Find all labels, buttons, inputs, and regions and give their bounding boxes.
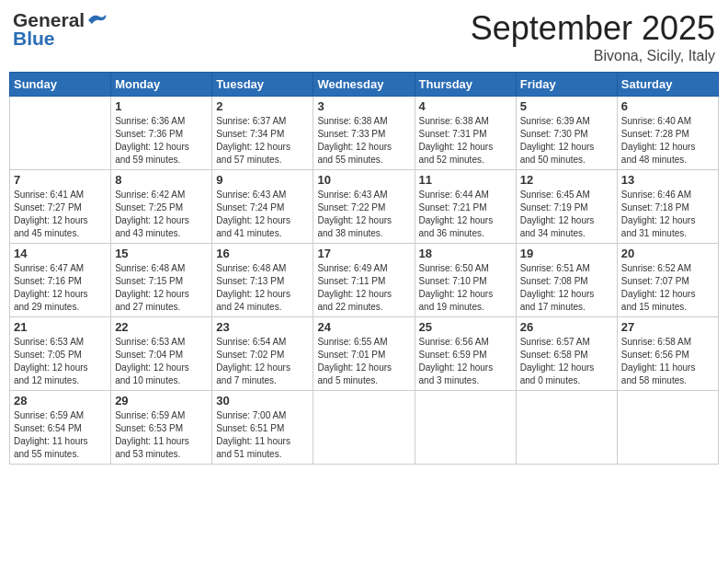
col-header-sunday: Sunday: [10, 73, 111, 97]
day-info: Sunrise: 7:00 AM Sunset: 6:51 PM Dayligh…: [216, 409, 309, 461]
day-number: 30: [216, 394, 309, 408]
day-number: 21: [14, 320, 107, 334]
day-info: Sunrise: 6:51 AM Sunset: 7:08 PM Dayligh…: [520, 262, 613, 314]
calendar-cell: 2Sunrise: 6:37 AM Sunset: 7:34 PM Daylig…: [212, 97, 313, 170]
day-info: Sunrise: 6:58 AM Sunset: 6:56 PM Dayligh…: [621, 336, 714, 387]
day-info: Sunrise: 6:55 AM Sunset: 7:01 PM Dayligh…: [317, 336, 410, 387]
day-number: 29: [115, 394, 208, 408]
day-number: 15: [115, 247, 208, 260]
day-number: 20: [621, 247, 714, 260]
day-number: 5: [520, 99, 613, 113]
calendar-cell: 15Sunrise: 6:48 AM Sunset: 7:15 PM Dayli…: [111, 244, 212, 317]
calendar-week-1: 1Sunrise: 6:36 AM Sunset: 7:36 PM Daylig…: [10, 97, 719, 170]
calendar-cell: [10, 97, 111, 170]
day-info: Sunrise: 6:56 AM Sunset: 6:59 PM Dayligh…: [419, 336, 512, 387]
calendar-cell: [617, 391, 718, 465]
day-info: Sunrise: 6:37 AM Sunset: 7:34 PM Dayligh…: [216, 115, 309, 167]
logo: General Blue: [13, 9, 107, 50]
day-number: 6: [621, 99, 714, 113]
day-info: Sunrise: 6:43 AM Sunset: 7:24 PM Dayligh…: [216, 189, 309, 240]
col-header-tuesday: Tuesday: [212, 73, 313, 97]
day-number: 3: [317, 99, 410, 113]
day-info: Sunrise: 6:54 AM Sunset: 7:02 PM Dayligh…: [216, 336, 309, 387]
day-number: 27: [621, 320, 714, 334]
day-number: 14: [14, 247, 107, 260]
day-info: Sunrise: 6:53 AM Sunset: 7:04 PM Dayligh…: [115, 336, 208, 387]
day-number: 23: [216, 320, 309, 334]
day-number: 16: [216, 247, 309, 260]
calendar-cell: 28Sunrise: 6:59 AM Sunset: 6:54 PM Dayli…: [10, 391, 111, 465]
day-info: Sunrise: 6:43 AM Sunset: 7:22 PM Dayligh…: [317, 189, 410, 240]
calendar-cell: 8Sunrise: 6:42 AM Sunset: 7:25 PM Daylig…: [111, 170, 212, 244]
calendar-cell: 10Sunrise: 6:43 AM Sunset: 7:22 PM Dayli…: [313, 170, 415, 244]
calendar-cell: 5Sunrise: 6:39 AM Sunset: 7:30 PM Daylig…: [516, 97, 617, 170]
day-number: 28: [14, 394, 107, 408]
day-info: Sunrise: 6:57 AM Sunset: 6:58 PM Dayligh…: [520, 336, 613, 387]
calendar-week-4: 21Sunrise: 6:53 AM Sunset: 7:05 PM Dayli…: [10, 317, 719, 391]
day-number: 2: [216, 99, 309, 113]
month-title: September 2025: [471, 9, 715, 48]
day-info: Sunrise: 6:59 AM Sunset: 6:53 PM Dayligh…: [115, 409, 208, 461]
col-header-saturday: Saturday: [617, 73, 718, 97]
page-header: General Blue September 2025 Bivona, Sici…: [9, 9, 719, 64]
calendar-week-2: 7Sunrise: 6:41 AM Sunset: 7:27 PM Daylig…: [10, 170, 719, 244]
day-number: 18: [419, 247, 512, 260]
day-info: Sunrise: 6:42 AM Sunset: 7:25 PM Dayligh…: [115, 189, 208, 240]
day-info: Sunrise: 6:45 AM Sunset: 7:19 PM Dayligh…: [520, 189, 613, 240]
calendar-cell: 4Sunrise: 6:38 AM Sunset: 7:31 PM Daylig…: [415, 97, 516, 170]
day-number: 11: [419, 173, 512, 187]
day-number: 22: [115, 320, 208, 334]
calendar-cell: 30Sunrise: 7:00 AM Sunset: 6:51 PM Dayli…: [212, 391, 313, 465]
day-number: 19: [520, 247, 613, 260]
day-number: 12: [520, 173, 613, 187]
calendar-cell: 9Sunrise: 6:43 AM Sunset: 7:24 PM Daylig…: [212, 170, 313, 244]
calendar-cell: 19Sunrise: 6:51 AM Sunset: 7:08 PM Dayli…: [516, 244, 617, 317]
calendar-cell: 7Sunrise: 6:41 AM Sunset: 7:27 PM Daylig…: [10, 170, 111, 244]
day-number: 7: [14, 173, 107, 187]
location-subtitle: Bivona, Sicily, Italy: [471, 48, 715, 64]
logo-blue: Blue: [13, 28, 55, 50]
calendar-cell: [516, 391, 617, 465]
day-info: Sunrise: 6:59 AM Sunset: 6:54 PM Dayligh…: [14, 409, 107, 461]
calendar-cell: 11Sunrise: 6:44 AM Sunset: 7:21 PM Dayli…: [415, 170, 516, 244]
day-info: Sunrise: 6:49 AM Sunset: 7:11 PM Dayligh…: [317, 262, 410, 314]
calendar-cell: 16Sunrise: 6:48 AM Sunset: 7:13 PM Dayli…: [212, 244, 313, 317]
col-header-thursday: Thursday: [415, 73, 516, 97]
day-info: Sunrise: 6:38 AM Sunset: 7:33 PM Dayligh…: [317, 115, 410, 167]
title-block: September 2025 Bivona, Sicily, Italy: [471, 9, 715, 64]
day-number: 25: [419, 320, 512, 334]
day-info: Sunrise: 6:38 AM Sunset: 7:31 PM Dayligh…: [419, 115, 512, 167]
calendar-cell: 21Sunrise: 6:53 AM Sunset: 7:05 PM Dayli…: [10, 317, 111, 391]
day-info: Sunrise: 6:52 AM Sunset: 7:07 PM Dayligh…: [621, 262, 714, 314]
calendar-cell: 29Sunrise: 6:59 AM Sunset: 6:53 PM Dayli…: [111, 391, 212, 465]
day-number: 26: [520, 320, 613, 334]
calendar-cell: 25Sunrise: 6:56 AM Sunset: 6:59 PM Dayli…: [415, 317, 516, 391]
col-header-friday: Friday: [516, 73, 617, 97]
day-info: Sunrise: 6:40 AM Sunset: 7:28 PM Dayligh…: [621, 115, 714, 167]
calendar-cell: 12Sunrise: 6:45 AM Sunset: 7:19 PM Dayli…: [516, 170, 617, 244]
day-info: Sunrise: 6:44 AM Sunset: 7:21 PM Dayligh…: [419, 189, 512, 240]
calendar-cell: 24Sunrise: 6:55 AM Sunset: 7:01 PM Dayli…: [313, 317, 415, 391]
calendar-cell: 20Sunrise: 6:52 AM Sunset: 7:07 PM Dayli…: [617, 244, 718, 317]
calendar-cell: 1Sunrise: 6:36 AM Sunset: 7:36 PM Daylig…: [111, 97, 212, 170]
calendar-cell: 13Sunrise: 6:46 AM Sunset: 7:18 PM Dayli…: [617, 170, 718, 244]
calendar-table: SundayMondayTuesdayWednesdayThursdayFrid…: [9, 72, 719, 465]
calendar-cell: [415, 391, 516, 465]
day-info: Sunrise: 6:48 AM Sunset: 7:15 PM Dayligh…: [115, 262, 208, 314]
calendar-cell: 22Sunrise: 6:53 AM Sunset: 7:04 PM Dayli…: [111, 317, 212, 391]
calendar-header-row: SundayMondayTuesdayWednesdayThursdayFrid…: [10, 73, 719, 97]
day-info: Sunrise: 6:36 AM Sunset: 7:36 PM Dayligh…: [115, 115, 208, 167]
day-number: 8: [115, 173, 208, 187]
calendar-cell: 23Sunrise: 6:54 AM Sunset: 7:02 PM Dayli…: [212, 317, 313, 391]
day-info: Sunrise: 6:48 AM Sunset: 7:13 PM Dayligh…: [216, 262, 309, 314]
day-number: 9: [216, 173, 309, 187]
col-header-wednesday: Wednesday: [313, 73, 415, 97]
day-info: Sunrise: 6:46 AM Sunset: 7:18 PM Dayligh…: [621, 189, 714, 240]
day-number: 10: [317, 173, 410, 187]
day-info: Sunrise: 6:41 AM Sunset: 7:27 PM Dayligh…: [14, 189, 107, 240]
logo-bird-icon: [86, 13, 107, 28]
day-info: Sunrise: 6:53 AM Sunset: 7:05 PM Dayligh…: [14, 336, 107, 387]
calendar-cell: 6Sunrise: 6:40 AM Sunset: 7:28 PM Daylig…: [617, 97, 718, 170]
calendar-cell: [313, 391, 415, 465]
day-info: Sunrise: 6:50 AM Sunset: 7:10 PM Dayligh…: [419, 262, 512, 314]
